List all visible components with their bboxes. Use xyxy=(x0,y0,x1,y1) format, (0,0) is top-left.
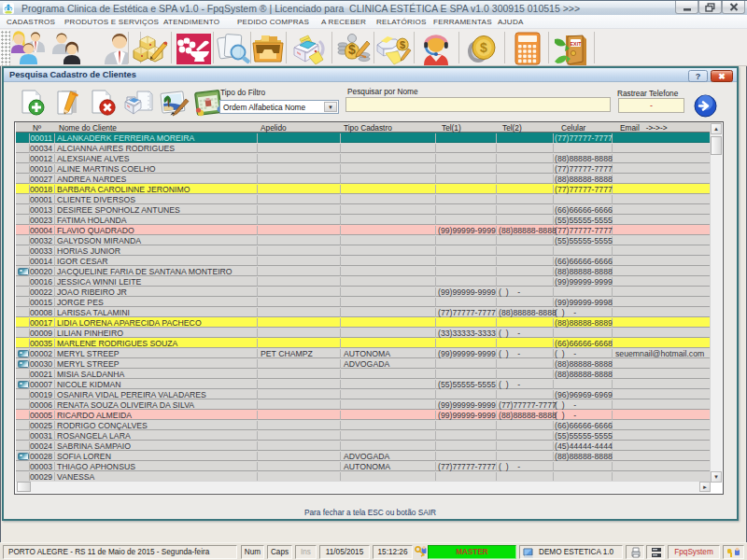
svg-text:$: $ xyxy=(348,42,356,57)
svg-text:EXIT: EXIT xyxy=(571,41,583,47)
svg-text:$: $ xyxy=(480,40,487,55)
svg-text:$: $ xyxy=(400,39,405,50)
